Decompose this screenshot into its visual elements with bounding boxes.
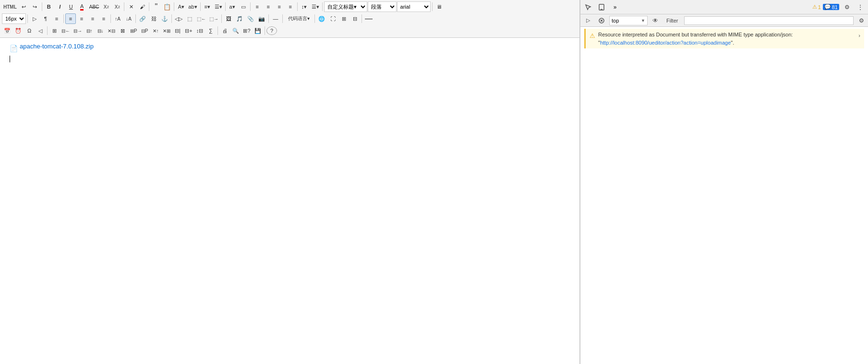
paragraph-select[interactable]: 段落 (368, 1, 397, 12)
unlink-button[interactable]: ⛓ (148, 13, 159, 24)
toolbar-row-2: 16px ▷ ¶ ≡ ≡ ≡ ≡ ≡ ↑A ↓A 🔗 ⛓ ⚓ ◁▷ ⬚ ⬚← ⬚… (2, 13, 578, 24)
cursor-mode-button[interactable]: ▷ (29, 13, 40, 24)
split-cells-button[interactable]: ⊟| (172, 25, 183, 36)
font-color2-button[interactable]: A▾ (176, 1, 186, 12)
devtools-settings-button[interactable]: ⚙ (841, 1, 853, 13)
align-right2-button[interactable]: ≡ (87, 13, 98, 24)
td-props-button[interactable]: ⊟P (139, 25, 150, 36)
align-center2-button[interactable]: ≡ (76, 13, 87, 24)
file-icon: 📄 (10, 45, 18, 52)
row-a-button[interactable]: ⊟↓ (95, 25, 106, 36)
align-justify-button[interactable]: ≡ (274, 1, 285, 12)
date-button[interactable]: 📅 (2, 25, 12, 36)
sep-r2-9 (314, 14, 315, 23)
align-left2-button[interactable]: ≡ (65, 13, 76, 24)
align-justify2-button[interactable]: ≡ (98, 13, 109, 24)
char-style-button[interactable]: a▾ (227, 1, 238, 12)
italic-button[interactable]: I (55, 1, 65, 12)
align-left-button[interactable]: ≡ (252, 1, 263, 12)
del-table-button[interactable]: ✕⊞ (161, 25, 172, 36)
font-family-select[interactable]: arial (397, 1, 431, 12)
undo-button[interactable]: ↩ (19, 1, 29, 12)
anchor-button[interactable]: ⚓ (159, 13, 170, 24)
format-clear2-button[interactable]: ≡ (51, 13, 62, 24)
time-button[interactable]: ⏰ (13, 25, 24, 36)
file-button[interactable]: 📎 (245, 13, 256, 24)
paragraph-style-button[interactable]: ☰▾ (310, 1, 321, 12)
font-color-button[interactable]: A (77, 1, 87, 12)
devtools-more-button[interactable]: ⋮ (855, 1, 866, 13)
subscript-button[interactable]: X2 (112, 1, 122, 12)
source-button[interactable]: ⊞ (338, 13, 349, 24)
stop-button[interactable] (596, 15, 607, 26)
font-size-select[interactable]: 16px (2, 13, 26, 24)
filter-button[interactable]: Filter (663, 16, 681, 25)
device-mode-button[interactable] (596, 1, 607, 13)
col-a2-button[interactable]: ⊟→ (72, 25, 84, 36)
omega-button[interactable]: Ω (24, 25, 35, 36)
console-settings-button[interactable]: ⚙ (856, 16, 866, 25)
separator-line-button[interactable]: — (270, 13, 281, 24)
list-unordered-button[interactable]: ☰▾ (213, 1, 224, 12)
quote-button[interactable]: " (151, 1, 161, 12)
fullscreen-button[interactable]: ⛶ (327, 13, 338, 24)
superscript-button[interactable]: X2 (101, 1, 111, 12)
save-button[interactable]: 💾 (253, 25, 263, 36)
print-button[interactable]: 🖨 (219, 25, 230, 36)
captcha-button[interactable]: ⊞? (241, 25, 252, 36)
code-lang-button[interactable]: 代码语言▾ (284, 13, 313, 24)
preview2-button[interactable]: 🌐 (316, 13, 327, 24)
bold-button[interactable]: B (44, 1, 54, 12)
sort-asc-button[interactable]: ↑A (112, 13, 123, 24)
sort-table-button[interactable]: ↕⊟ (194, 25, 205, 36)
hr-line-button[interactable]: — (363, 13, 374, 24)
merge-split-button[interactable]: ⊠ (117, 25, 128, 36)
html-mode-button[interactable]: HTML (2, 1, 18, 12)
blockquote-button[interactable]: 📋 (162, 1, 172, 12)
file-link[interactable]: apache-tomcat-7.0.108.zip (20, 43, 94, 50)
spacer-button[interactable]: ◁▷ (173, 13, 184, 24)
warning-link[interactable]: http://localhost:8090/ueditor/action?act… (600, 40, 731, 46)
line-height-button[interactable]: ↕▾ (299, 1, 310, 12)
list-ordered-button[interactable]: ≡▾ (202, 1, 213, 12)
table-button[interactable]: ⬚ (184, 13, 195, 24)
delete-col-button[interactable]: ✕⊟ (106, 25, 117, 36)
pilcrow-button[interactable]: ¶ (40, 13, 51, 24)
align-center-button[interactable]: ≡ (263, 1, 274, 12)
more-tools-button[interactable]: » (609, 1, 621, 13)
media-button[interactable]: 🎵 (234, 13, 245, 24)
screenshot-button[interactable]: 📷 (256, 13, 267, 24)
table2-button[interactable]: ⊞ (49, 25, 60, 36)
arrow-button[interactable]: ◁ (35, 25, 46, 36)
custom-title-select[interactable]: 自定义标题▾ (324, 1, 367, 12)
row-b-button[interactable]: ⊟↑ (84, 25, 95, 36)
clear-format-button[interactable]: ✕ (126, 1, 136, 12)
highlight-button[interactable]: ab▾ (187, 1, 198, 12)
play-button[interactable]: ▷ (582, 15, 594, 26)
eye-button[interactable]: 👁 (650, 15, 661, 26)
strikethrough-button[interactable]: ABC (88, 1, 101, 12)
paint-format-button[interactable]: 🖌 (137, 1, 147, 12)
link-button[interactable]: 🔗 (137, 13, 148, 24)
monitor-button[interactable]: 🖥 (434, 1, 445, 12)
underline-button[interactable]: U (66, 1, 76, 12)
div-block-button[interactable]: ▭ (238, 1, 249, 12)
zoom-button[interactable]: 🔍 (230, 25, 241, 36)
redo-button[interactable]: ↪ (30, 1, 40, 12)
template-button[interactable]: ⊟ (350, 13, 360, 24)
select-element-button[interactable] (582, 1, 594, 13)
col-after-button[interactable]: ⬚→ (208, 13, 220, 24)
sort-desc-button[interactable]: ↓A (123, 13, 134, 24)
editor-content[interactable]: 📄 apache-tomcat-7.0.108.zip (0, 38, 579, 364)
help-button[interactable]: ? (266, 26, 277, 35)
context-selector[interactable]: top ▼ (609, 16, 648, 25)
col-before-button[interactable]: ⬚← (195, 13, 207, 24)
merge-cells-button[interactable]: ⊟+ (183, 25, 194, 36)
del-row-button[interactable]: ✕↑ (150, 25, 161, 36)
table-props-button[interactable]: ⊞P (128, 25, 139, 36)
table-formula-button[interactable]: ∑ (205, 25, 216, 36)
expand-arrow[interactable]: › (858, 32, 860, 40)
col-b2-button[interactable]: ⊟← (60, 25, 72, 36)
align-right-button[interactable]: ≡ (285, 1, 296, 12)
image-button[interactable]: 🖼 (223, 13, 234, 24)
